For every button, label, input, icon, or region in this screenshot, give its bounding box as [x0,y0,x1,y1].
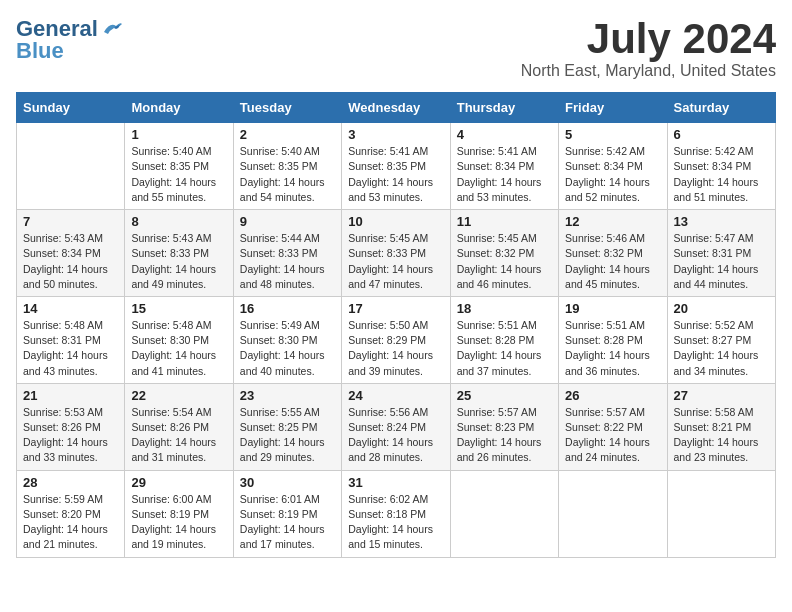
logo-bird-icon [102,20,124,38]
day-info: Sunrise: 5:58 AMSunset: 8:21 PMDaylight:… [674,405,769,466]
day-number: 2 [240,127,335,142]
day-number: 21 [23,388,118,403]
logo-text-blue: Blue [16,38,64,64]
month-year-title: July 2024 [521,16,776,62]
calendar-cell: 31Sunrise: 6:02 AMSunset: 8:18 PMDayligh… [342,470,450,557]
day-info: Sunrise: 5:46 AMSunset: 8:32 PMDaylight:… [565,231,660,292]
logo: General Blue [16,16,124,64]
day-info: Sunrise: 5:48 AMSunset: 8:30 PMDaylight:… [131,318,226,379]
day-number: 20 [674,301,769,316]
calendar-cell: 17Sunrise: 5:50 AMSunset: 8:29 PMDayligh… [342,296,450,383]
calendar-cell: 28Sunrise: 5:59 AMSunset: 8:20 PMDayligh… [17,470,125,557]
day-number: 8 [131,214,226,229]
day-info: Sunrise: 6:00 AMSunset: 8:19 PMDaylight:… [131,492,226,553]
day-info: Sunrise: 5:57 AMSunset: 8:23 PMDaylight:… [457,405,552,466]
calendar-header-friday: Friday [559,93,667,123]
day-info: Sunrise: 5:53 AMSunset: 8:26 PMDaylight:… [23,405,118,466]
day-number: 28 [23,475,118,490]
day-info: Sunrise: 5:43 AMSunset: 8:34 PMDaylight:… [23,231,118,292]
day-number: 5 [565,127,660,142]
calendar-cell: 14Sunrise: 5:48 AMSunset: 8:31 PMDayligh… [17,296,125,383]
day-info: Sunrise: 5:45 AMSunset: 8:32 PMDaylight:… [457,231,552,292]
calendar-header-monday: Monday [125,93,233,123]
calendar-cell: 18Sunrise: 5:51 AMSunset: 8:28 PMDayligh… [450,296,558,383]
day-number: 13 [674,214,769,229]
title-section: July 2024 North East, Maryland, United S… [521,16,776,80]
day-info: Sunrise: 5:40 AMSunset: 8:35 PMDaylight:… [131,144,226,205]
calendar-cell: 23Sunrise: 5:55 AMSunset: 8:25 PMDayligh… [233,383,341,470]
calendar-cell: 30Sunrise: 6:01 AMSunset: 8:19 PMDayligh… [233,470,341,557]
day-info: Sunrise: 5:47 AMSunset: 8:31 PMDaylight:… [674,231,769,292]
calendar-cell: 4Sunrise: 5:41 AMSunset: 8:34 PMDaylight… [450,123,558,210]
day-number: 6 [674,127,769,142]
day-number: 1 [131,127,226,142]
day-number: 11 [457,214,552,229]
day-number: 16 [240,301,335,316]
day-info: Sunrise: 5:44 AMSunset: 8:33 PMDaylight:… [240,231,335,292]
calendar-cell: 26Sunrise: 5:57 AMSunset: 8:22 PMDayligh… [559,383,667,470]
location-subtitle: North East, Maryland, United States [521,62,776,80]
day-info: Sunrise: 5:54 AMSunset: 8:26 PMDaylight:… [131,405,226,466]
calendar-week-row: 7Sunrise: 5:43 AMSunset: 8:34 PMDaylight… [17,210,776,297]
day-number: 26 [565,388,660,403]
day-number: 29 [131,475,226,490]
day-info: Sunrise: 5:42 AMSunset: 8:34 PMDaylight:… [674,144,769,205]
day-info: Sunrise: 5:57 AMSunset: 8:22 PMDaylight:… [565,405,660,466]
day-number: 30 [240,475,335,490]
calendar-header-row: SundayMondayTuesdayWednesdayThursdayFrid… [17,93,776,123]
day-number: 23 [240,388,335,403]
day-info: Sunrise: 5:59 AMSunset: 8:20 PMDaylight:… [23,492,118,553]
day-number: 22 [131,388,226,403]
calendar-cell: 9Sunrise: 5:44 AMSunset: 8:33 PMDaylight… [233,210,341,297]
day-number: 18 [457,301,552,316]
calendar-week-row: 1Sunrise: 5:40 AMSunset: 8:35 PMDaylight… [17,123,776,210]
calendar-cell: 19Sunrise: 5:51 AMSunset: 8:28 PMDayligh… [559,296,667,383]
day-number: 19 [565,301,660,316]
day-info: Sunrise: 5:50 AMSunset: 8:29 PMDaylight:… [348,318,443,379]
calendar-cell: 24Sunrise: 5:56 AMSunset: 8:24 PMDayligh… [342,383,450,470]
calendar-week-row: 21Sunrise: 5:53 AMSunset: 8:26 PMDayligh… [17,383,776,470]
day-number: 3 [348,127,443,142]
day-number: 17 [348,301,443,316]
day-info: Sunrise: 5:48 AMSunset: 8:31 PMDaylight:… [23,318,118,379]
calendar-week-row: 28Sunrise: 5:59 AMSunset: 8:20 PMDayligh… [17,470,776,557]
day-number: 25 [457,388,552,403]
day-info: Sunrise: 5:51 AMSunset: 8:28 PMDaylight:… [565,318,660,379]
calendar-cell: 20Sunrise: 5:52 AMSunset: 8:27 PMDayligh… [667,296,775,383]
calendar-cell: 1Sunrise: 5:40 AMSunset: 8:35 PMDaylight… [125,123,233,210]
day-number: 10 [348,214,443,229]
calendar-cell [450,470,558,557]
day-info: Sunrise: 5:41 AMSunset: 8:34 PMDaylight:… [457,144,552,205]
day-info: Sunrise: 5:56 AMSunset: 8:24 PMDaylight:… [348,405,443,466]
day-info: Sunrise: 5:40 AMSunset: 8:35 PMDaylight:… [240,144,335,205]
calendar-cell: 11Sunrise: 5:45 AMSunset: 8:32 PMDayligh… [450,210,558,297]
calendar-cell: 15Sunrise: 5:48 AMSunset: 8:30 PMDayligh… [125,296,233,383]
calendar-header-tuesday: Tuesday [233,93,341,123]
day-info: Sunrise: 5:43 AMSunset: 8:33 PMDaylight:… [131,231,226,292]
calendar-header-saturday: Saturday [667,93,775,123]
calendar-header-sunday: Sunday [17,93,125,123]
day-number: 9 [240,214,335,229]
calendar-cell [559,470,667,557]
calendar-table: SundayMondayTuesdayWednesdayThursdayFrid… [16,92,776,557]
calendar-cell: 16Sunrise: 5:49 AMSunset: 8:30 PMDayligh… [233,296,341,383]
day-info: Sunrise: 5:51 AMSunset: 8:28 PMDaylight:… [457,318,552,379]
calendar-cell: 10Sunrise: 5:45 AMSunset: 8:33 PMDayligh… [342,210,450,297]
calendar-cell: 29Sunrise: 6:00 AMSunset: 8:19 PMDayligh… [125,470,233,557]
calendar-cell: 2Sunrise: 5:40 AMSunset: 8:35 PMDaylight… [233,123,341,210]
day-number: 12 [565,214,660,229]
day-number: 14 [23,301,118,316]
calendar-cell: 6Sunrise: 5:42 AMSunset: 8:34 PMDaylight… [667,123,775,210]
day-info: Sunrise: 5:52 AMSunset: 8:27 PMDaylight:… [674,318,769,379]
day-number: 31 [348,475,443,490]
calendar-week-row: 14Sunrise: 5:48 AMSunset: 8:31 PMDayligh… [17,296,776,383]
calendar-cell [17,123,125,210]
calendar-cell [667,470,775,557]
calendar-cell: 25Sunrise: 5:57 AMSunset: 8:23 PMDayligh… [450,383,558,470]
calendar-header-wednesday: Wednesday [342,93,450,123]
calendar-cell: 22Sunrise: 5:54 AMSunset: 8:26 PMDayligh… [125,383,233,470]
calendar-cell: 3Sunrise: 5:41 AMSunset: 8:35 PMDaylight… [342,123,450,210]
day-info: Sunrise: 5:45 AMSunset: 8:33 PMDaylight:… [348,231,443,292]
day-number: 24 [348,388,443,403]
calendar-cell: 13Sunrise: 5:47 AMSunset: 8:31 PMDayligh… [667,210,775,297]
